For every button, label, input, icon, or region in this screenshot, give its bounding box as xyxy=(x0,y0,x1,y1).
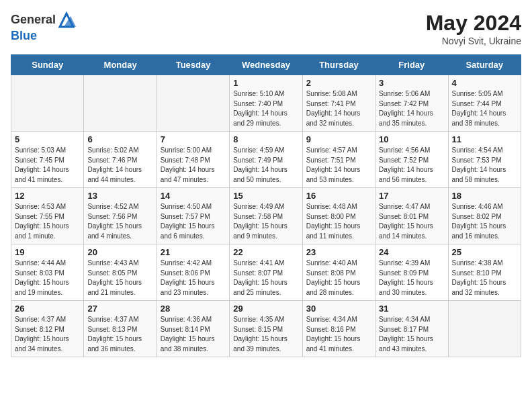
calendar-day-20: 20Sunrise: 4:43 AM Sunset: 8:05 PM Dayli… xyxy=(84,244,157,301)
day-info: Sunrise: 4:57 AM Sunset: 7:51 PM Dayligh… xyxy=(306,146,371,185)
day-info: Sunrise: 5:08 AM Sunset: 7:41 PM Dayligh… xyxy=(306,89,371,128)
calendar-day-1: 1Sunrise: 5:10 AM Sunset: 7:40 PM Daylig… xyxy=(230,75,302,132)
day-info: Sunrise: 4:41 AM Sunset: 8:07 PM Dayligh… xyxy=(233,259,298,298)
day-number: 22 xyxy=(233,247,298,257)
day-info: Sunrise: 5:10 AM Sunset: 7:40 PM Dayligh… xyxy=(233,89,298,128)
calendar-empty-cell xyxy=(448,301,521,357)
calendar-day-9: 9Sunrise: 4:57 AM Sunset: 7:51 PM Daylig… xyxy=(302,132,375,188)
location-subtitle: Novyi Svit, Ukraine xyxy=(426,36,521,46)
calendar-day-10: 10Sunrise: 4:56 AM Sunset: 7:52 PM Dayli… xyxy=(375,132,448,188)
day-number: 21 xyxy=(161,247,226,257)
page: General Blue May 2024 Novyi Svit, Ukrain… xyxy=(0,0,532,368)
calendar-day-12: 12Sunrise: 4:53 AM Sunset: 7:55 PM Dayli… xyxy=(11,188,84,244)
day-info: Sunrise: 4:48 AM Sunset: 8:00 PM Dayligh… xyxy=(306,202,371,241)
day-info: Sunrise: 4:36 AM Sunset: 8:14 PM Dayligh… xyxy=(161,315,226,354)
calendar-day-2: 2Sunrise: 5:08 AM Sunset: 7:41 PM Daylig… xyxy=(302,75,375,132)
day-info: Sunrise: 4:34 AM Sunset: 8:16 PM Dayligh… xyxy=(306,315,371,354)
calendar-day-24: 24Sunrise: 4:39 AM Sunset: 8:09 PM Dayli… xyxy=(375,244,448,301)
day-info: Sunrise: 4:49 AM Sunset: 7:58 PM Dayligh… xyxy=(233,202,298,241)
day-number: 11 xyxy=(452,134,517,144)
calendar-day-4: 4Sunrise: 5:05 AM Sunset: 7:44 PM Daylig… xyxy=(448,75,521,132)
col-header-wednesday: Wednesday xyxy=(230,55,302,75)
calendar-week-row: 19Sunrise: 4:44 AM Sunset: 8:03 PM Dayli… xyxy=(11,244,521,301)
col-header-saturday: Saturday xyxy=(448,55,521,75)
day-number: 14 xyxy=(161,191,226,201)
day-info: Sunrise: 5:03 AM Sunset: 7:45 PM Dayligh… xyxy=(15,146,80,185)
day-number: 17 xyxy=(379,191,444,201)
calendar-day-28: 28Sunrise: 4:36 AM Sunset: 8:14 PM Dayli… xyxy=(157,301,229,357)
calendar-day-3: 3Sunrise: 5:06 AM Sunset: 7:42 PM Daylig… xyxy=(375,75,448,132)
header: General Blue May 2024 Novyi Svit, Ukrain… xyxy=(11,11,521,46)
calendar-table: SundayMondayTuesdayWednesdayThursdayFrid… xyxy=(11,54,521,357)
calendar-day-31: 31Sunrise: 4:34 AM Sunset: 8:17 PM Dayli… xyxy=(375,301,448,357)
day-info: Sunrise: 4:52 AM Sunset: 7:56 PM Dayligh… xyxy=(87,202,152,241)
day-info: Sunrise: 4:37 AM Sunset: 8:12 PM Dayligh… xyxy=(15,315,80,354)
calendar-empty-cell xyxy=(11,75,84,132)
calendar-day-14: 14Sunrise: 4:50 AM Sunset: 7:57 PM Dayli… xyxy=(157,188,229,244)
day-info: Sunrise: 4:50 AM Sunset: 7:57 PM Dayligh… xyxy=(161,202,226,241)
day-number: 2 xyxy=(306,78,371,88)
day-info: Sunrise: 5:02 AM Sunset: 7:46 PM Dayligh… xyxy=(87,146,152,185)
day-number: 10 xyxy=(379,134,444,144)
day-number: 23 xyxy=(306,247,371,257)
calendar-week-row: 5Sunrise: 5:03 AM Sunset: 7:45 PM Daylig… xyxy=(11,132,521,188)
month-title: May 2024 xyxy=(426,11,521,36)
logo-general: General xyxy=(11,13,56,27)
day-info: Sunrise: 5:00 AM Sunset: 7:48 PM Dayligh… xyxy=(161,146,226,185)
logo: General Blue xyxy=(11,11,76,43)
day-info: Sunrise: 4:56 AM Sunset: 7:52 PM Dayligh… xyxy=(379,146,444,185)
logo-blue: Blue xyxy=(11,30,76,43)
calendar-day-16: 16Sunrise: 4:48 AM Sunset: 8:00 PM Dayli… xyxy=(302,188,375,244)
calendar-day-18: 18Sunrise: 4:46 AM Sunset: 8:02 PM Dayli… xyxy=(448,188,521,244)
day-info: Sunrise: 4:47 AM Sunset: 8:01 PM Dayligh… xyxy=(379,202,444,241)
day-number: 30 xyxy=(306,304,371,314)
calendar-day-30: 30Sunrise: 4:34 AM Sunset: 8:16 PM Dayli… xyxy=(302,301,375,357)
day-number: 4 xyxy=(452,78,517,88)
calendar-day-17: 17Sunrise: 4:47 AM Sunset: 8:01 PM Dayli… xyxy=(375,188,448,244)
day-info: Sunrise: 4:44 AM Sunset: 8:03 PM Dayligh… xyxy=(15,259,80,298)
calendar-header-row: SundayMondayTuesdayWednesdayThursdayFrid… xyxy=(11,55,521,75)
calendar-day-6: 6Sunrise: 5:02 AM Sunset: 7:46 PM Daylig… xyxy=(84,132,157,188)
col-header-monday: Monday xyxy=(84,55,157,75)
calendar-day-5: 5Sunrise: 5:03 AM Sunset: 7:45 PM Daylig… xyxy=(11,132,84,188)
day-info: Sunrise: 4:39 AM Sunset: 8:09 PM Dayligh… xyxy=(379,259,444,298)
day-info: Sunrise: 5:06 AM Sunset: 7:42 PM Dayligh… xyxy=(379,89,444,128)
calendar-day-19: 19Sunrise: 4:44 AM Sunset: 8:03 PM Dayli… xyxy=(11,244,84,301)
day-number: 16 xyxy=(306,191,371,201)
calendar-day-21: 21Sunrise: 4:42 AM Sunset: 8:06 PM Dayli… xyxy=(157,244,229,301)
day-number: 8 xyxy=(233,134,298,144)
day-info: Sunrise: 4:35 AM Sunset: 8:15 PM Dayligh… xyxy=(233,315,298,354)
day-number: 27 xyxy=(87,304,152,314)
calendar-day-27: 27Sunrise: 4:37 AM Sunset: 8:13 PM Dayli… xyxy=(84,301,157,357)
day-number: 24 xyxy=(379,247,444,257)
day-number: 1 xyxy=(233,78,298,88)
calendar-week-row: 12Sunrise: 4:53 AM Sunset: 7:55 PM Dayli… xyxy=(11,188,521,244)
calendar-empty-cell xyxy=(157,75,229,132)
day-number: 3 xyxy=(379,78,444,88)
calendar-day-7: 7Sunrise: 5:00 AM Sunset: 7:48 PM Daylig… xyxy=(157,132,229,188)
calendar-day-15: 15Sunrise: 4:49 AM Sunset: 7:58 PM Dayli… xyxy=(230,188,302,244)
calendar-day-22: 22Sunrise: 4:41 AM Sunset: 8:07 PM Dayli… xyxy=(230,244,302,301)
calendar-day-26: 26Sunrise: 4:37 AM Sunset: 8:12 PM Dayli… xyxy=(11,301,84,357)
day-number: 7 xyxy=(161,134,226,144)
col-header-sunday: Sunday xyxy=(11,55,84,75)
day-number: 13 xyxy=(87,191,152,201)
calendar-day-23: 23Sunrise: 4:40 AM Sunset: 8:08 PM Dayli… xyxy=(302,244,375,301)
day-info: Sunrise: 5:05 AM Sunset: 7:44 PM Dayligh… xyxy=(452,89,517,128)
svg-marker-1 xyxy=(64,16,76,27)
day-number: 25 xyxy=(452,247,517,257)
day-info: Sunrise: 4:38 AM Sunset: 8:10 PM Dayligh… xyxy=(452,259,517,298)
day-number: 20 xyxy=(87,247,152,257)
day-info: Sunrise: 4:37 AM Sunset: 8:13 PM Dayligh… xyxy=(87,315,152,354)
day-number: 5 xyxy=(15,134,80,144)
calendar-week-row: 1Sunrise: 5:10 AM Sunset: 7:40 PM Daylig… xyxy=(11,75,521,132)
calendar-day-25: 25Sunrise: 4:38 AM Sunset: 8:10 PM Dayli… xyxy=(448,244,521,301)
calendar-day-8: 8Sunrise: 4:59 AM Sunset: 7:49 PM Daylig… xyxy=(230,132,302,188)
day-info: Sunrise: 4:54 AM Sunset: 7:53 PM Dayligh… xyxy=(452,146,517,185)
col-header-tuesday: Tuesday xyxy=(157,55,229,75)
day-info: Sunrise: 4:42 AM Sunset: 8:06 PM Dayligh… xyxy=(161,259,226,298)
day-info: Sunrise: 4:46 AM Sunset: 8:02 PM Dayligh… xyxy=(452,202,517,241)
calendar-empty-cell xyxy=(84,75,157,132)
col-header-friday: Friday xyxy=(375,55,448,75)
day-number: 29 xyxy=(233,304,298,314)
